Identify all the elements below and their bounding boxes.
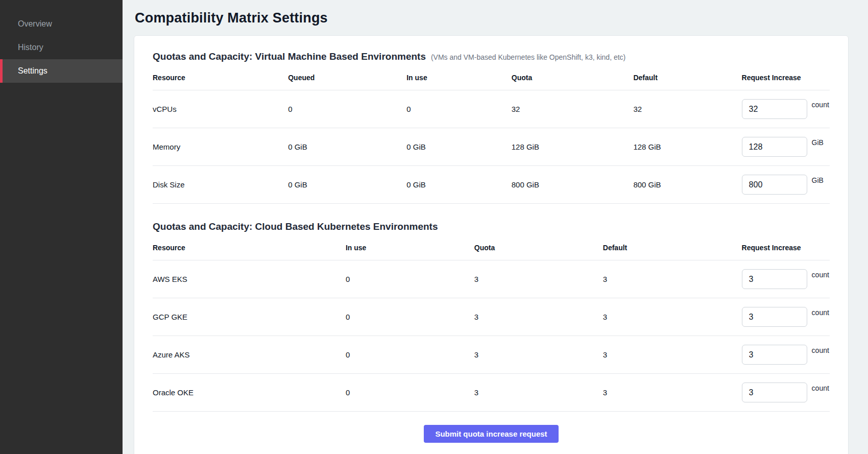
oracle-oke-request-cell: count — [742, 383, 830, 402]
table-row-memory: Memory 0 GiB 0 GiB 128 GiB 128 GiB GiB — [153, 128, 830, 166]
vm-section-subtitle: (VMs and VM-based Kubernetes like OpenSh… — [431, 53, 625, 61]
table-row-disk-size: Disk Size 0 GiB 0 GiB 800 GiB 800 GiB Gi… — [153, 166, 830, 204]
gcp-gke-request-cell: count — [742, 307, 830, 327]
gcp-gke-resource-label: GCP GKE — [153, 298, 346, 336]
table-row-oracle-oke: Oracle OKE 0 3 3 count — [153, 374, 830, 412]
azure-aks-in-use-value: 0 — [346, 336, 474, 374]
azure-aks-quota-value: 3 — [474, 336, 603, 374]
azure-aks-default-value: 3 — [603, 336, 742, 374]
sidebar: Overview History Settings — [0, 0, 123, 454]
azure-aks-unit-label: count — [812, 346, 829, 354]
submit-row: Submit quota increase request — [153, 412, 830, 450]
vm-table-header-row: Resource Queued In use Quota Default Req… — [153, 67, 830, 90]
cloud-col-in-use: In use — [346, 237, 474, 260]
disk-request-input[interactable] — [742, 175, 807, 195]
vm-col-queued: Queued — [288, 67, 406, 90]
memory-default-value: 128 GiB — [633, 128, 741, 166]
cloud-table-header-row: Resource In use Quota Default Request In… — [153, 237, 830, 260]
vcpus-in-use-value: 0 — [406, 90, 512, 128]
vm-col-quota: Quota — [512, 67, 634, 90]
gcp-gke-request-input[interactable] — [742, 307, 807, 327]
sidebar-item-history[interactable]: History — [0, 36, 123, 59]
cloud-col-default: Default — [603, 237, 742, 260]
disk-queued-value: 0 GiB — [288, 166, 406, 204]
sidebar-item-settings[interactable]: Settings — [0, 59, 123, 83]
memory-request-cell: GiB — [742, 137, 830, 157]
cloud-quota-table: Resource In use Quota Default Request In… — [153, 237, 830, 412]
submit-quota-increase-button[interactable]: Submit quota increase request — [424, 425, 558, 443]
gcp-gke-default-value: 3 — [603, 298, 742, 336]
disk-default-value: 800 GiB — [633, 166, 741, 204]
oracle-oke-unit-label: count — [812, 384, 829, 392]
disk-resource-label: Disk Size — [153, 166, 288, 204]
oracle-oke-resource-label: Oracle OKE — [153, 374, 346, 412]
disk-unit-label: GiB — [812, 176, 824, 184]
vm-col-default: Default — [633, 67, 741, 90]
disk-quota-value: 800 GiB — [512, 166, 634, 204]
table-row-aws-eks: AWS EKS 0 3 3 count — [153, 260, 830, 298]
vcpus-default-value: 32 — [633, 90, 741, 128]
azure-aks-resource-label: Azure AKS — [153, 336, 346, 374]
aws-eks-request-cell: count — [742, 269, 830, 289]
memory-quota-value: 128 GiB — [512, 128, 634, 166]
vcpus-quota-value: 32 — [512, 90, 634, 128]
vm-col-resource: Resource — [153, 67, 288, 90]
settings-card: Quotas and Capacity: Virtual Machine Bas… — [134, 35, 849, 454]
vm-section-title: Quotas and Capacity: Virtual Machine Bas… — [153, 51, 426, 62]
table-row-azure-aks: Azure AKS 0 3 3 count — [153, 336, 830, 374]
cloud-section-title: Quotas and Capacity: Cloud Based Kuberne… — [153, 221, 438, 232]
cloud-col-resource: Resource — [153, 237, 346, 260]
memory-unit-label: GiB — [812, 138, 824, 147]
oracle-oke-default-value: 3 — [603, 374, 742, 412]
vm-col-in-use: In use — [406, 67, 512, 90]
table-row-vcpus: vCPUs 0 0 32 32 count — [153, 90, 830, 128]
aws-eks-default-value: 3 — [603, 260, 742, 298]
memory-resource-label: Memory — [153, 128, 288, 166]
aws-eks-in-use-value: 0 — [346, 260, 474, 298]
cloud-col-request-increase: Request Increase — [742, 237, 830, 260]
aws-eks-resource-label: AWS EKS — [153, 260, 346, 298]
memory-in-use-value: 0 GiB — [406, 128, 512, 166]
sidebar-item-overview[interactable]: Overview — [0, 12, 123, 36]
cloud-col-quota: Quota — [474, 237, 603, 260]
vcpus-request-cell: count — [742, 99, 830, 119]
cloud-section-header: Quotas and Capacity: Cloud Based Kuberne… — [153, 221, 830, 232]
gcp-gke-in-use-value: 0 — [346, 298, 474, 336]
azure-aks-request-cell: count — [742, 345, 830, 365]
oracle-oke-quota-value: 3 — [474, 374, 603, 412]
disk-in-use-value: 0 GiB — [406, 166, 512, 204]
disk-request-cell: GiB — [742, 175, 830, 195]
gcp-gke-quota-value: 3 — [474, 298, 603, 336]
oracle-oke-in-use-value: 0 — [346, 374, 474, 412]
aws-eks-request-input[interactable] — [742, 269, 807, 289]
azure-aks-request-input[interactable] — [742, 345, 807, 365]
aws-eks-quota-value: 3 — [474, 260, 603, 298]
vcpus-resource-label: vCPUs — [153, 90, 288, 128]
memory-request-input[interactable] — [742, 137, 807, 157]
vm-section-header: Quotas and Capacity: Virtual Machine Bas… — [153, 51, 830, 62]
table-row-gcp-gke: GCP GKE 0 3 3 count — [153, 298, 830, 336]
vcpus-unit-label: count — [812, 101, 829, 109]
vcpus-queued-value: 0 — [288, 90, 406, 128]
oracle-oke-request-input[interactable] — [742, 383, 807, 402]
aws-eks-unit-label: count — [812, 271, 829, 279]
vm-col-request-increase: Request Increase — [742, 67, 830, 90]
vcpus-request-input[interactable] — [742, 99, 807, 119]
page-title: Compatibility Matrix Settings — [135, 10, 849, 26]
vm-quota-table: Resource Queued In use Quota Default Req… — [153, 67, 830, 204]
gcp-gke-unit-label: count — [812, 308, 829, 317]
memory-queued-value: 0 GiB — [288, 128, 406, 166]
main-content: Compatibility Matrix Settings Quotas and… — [123, 0, 868, 454]
